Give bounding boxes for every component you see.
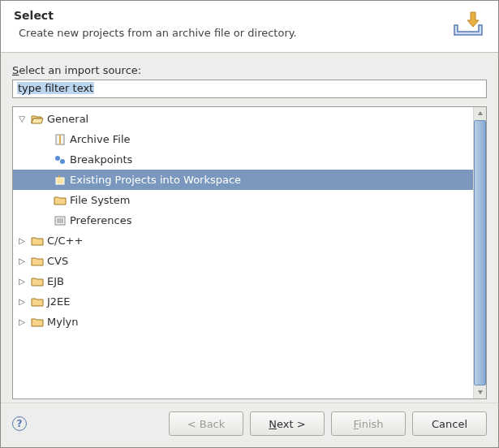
- banner-description: Create new projects from an archive file…: [19, 27, 441, 39]
- expand-icon[interactable]: ▷: [16, 256, 28, 267]
- archive-icon: [54, 133, 67, 146]
- folder-open-icon: [31, 113, 44, 126]
- tree-item-ejb[interactable]: ▷EJB: [13, 271, 473, 291]
- svg-rect-1: [59, 135, 61, 144]
- tree-item-archive-file[interactable]: Archive File: [13, 129, 473, 149]
- source-label: Select an import source:: [12, 64, 487, 76]
- tree-item-label: Archive File: [70, 133, 131, 145]
- import-wizard-icon: [451, 9, 485, 38]
- tree-item-file-system[interactable]: File System: [13, 190, 473, 210]
- tree-item-c-cpp[interactable]: ▷C/C++: [13, 230, 473, 251]
- tree-item-breakpoints[interactable]: Breakpoints: [13, 149, 473, 170]
- expand-icon[interactable]: ▷: [16, 296, 28, 308]
- tree-item-label: J2EE: [47, 295, 71, 308]
- next-button[interactable]: Next >: [250, 411, 325, 436]
- import-source-tree[interactable]: ▽GeneralArchive FileBreakpointsExisting …: [13, 107, 473, 398]
- scroll-up-button[interactable]: [474, 107, 486, 120]
- filter-wrap: type filter text: [12, 80, 487, 98]
- svg-point-3: [60, 159, 65, 164]
- tree-item-j2ee[interactable]: ▷J2EE: [13, 291, 473, 312]
- expand-icon[interactable]: ▷: [16, 276, 28, 287]
- footer: ? < Back Next > Finish Cancel: [1, 403, 498, 447]
- folder-icon: [54, 194, 67, 207]
- tree-item-label: C/C++: [47, 235, 83, 247]
- tree-item-general[interactable]: ▽General: [13, 109, 473, 129]
- folder-icon: [31, 275, 44, 288]
- banner-text: Select Create new projects from an archi…: [14, 9, 441, 39]
- tree-item-label: Preferences: [70, 214, 131, 226]
- breakpoints-icon: [54, 153, 67, 166]
- expand-icon[interactable]: ▷: [16, 317, 28, 328]
- folder-icon: [31, 235, 44, 248]
- help-icon[interactable]: ?: [12, 416, 27, 431]
- banner-title: Select: [14, 9, 441, 22]
- folder-icon: [31, 295, 44, 308]
- folder-icon: [31, 316, 44, 329]
- scroll-down-button[interactable]: [474, 386, 486, 398]
- filter-selection: type filter text: [17, 82, 94, 94]
- tree-container: ▽GeneralArchive FileBreakpointsExisting …: [12, 106, 487, 399]
- tree-item-label: File System: [70, 194, 130, 206]
- tree-item-label: General: [47, 113, 88, 125]
- tree-item-cvs[interactable]: ▷CVS: [13, 251, 473, 271]
- main-content: Select an import source: type filter tex…: [1, 53, 498, 403]
- cancel-button[interactable]: Cancel: [412, 411, 487, 436]
- tree-item-label: CVS: [47, 255, 68, 267]
- collapse-icon[interactable]: ▽: [16, 114, 28, 125]
- svg-rect-4: [56, 178, 64, 184]
- back-button[interactable]: < Back: [169, 411, 243, 436]
- tree-item-mylyn[interactable]: ▷Mylyn: [13, 312, 473, 332]
- tree-item-preferences[interactable]: Preferences: [13, 210, 473, 230]
- tree-scrollbar[interactable]: [473, 107, 486, 398]
- svg-point-2: [55, 156, 60, 161]
- tree-item-label: Breakpoints: [70, 153, 132, 166]
- finish-button[interactable]: Finish: [331, 411, 406, 436]
- tree-item-existing-projects[interactable]: Existing Projects into Workspace: [13, 170, 473, 190]
- expand-icon[interactable]: ▷: [16, 235, 28, 247]
- tree-item-label: EJB: [47, 275, 64, 287]
- prefs-icon: [54, 214, 67, 227]
- scroll-thumb[interactable]: [474, 120, 486, 386]
- tree-item-label: Mylyn: [47, 316, 78, 328]
- folder-icon: [31, 255, 44, 268]
- banner: Select Create new projects from an archi…: [1, 1, 498, 53]
- tree-item-label: Existing Projects into Workspace: [70, 174, 241, 186]
- wizard-icon: [54, 174, 67, 187]
